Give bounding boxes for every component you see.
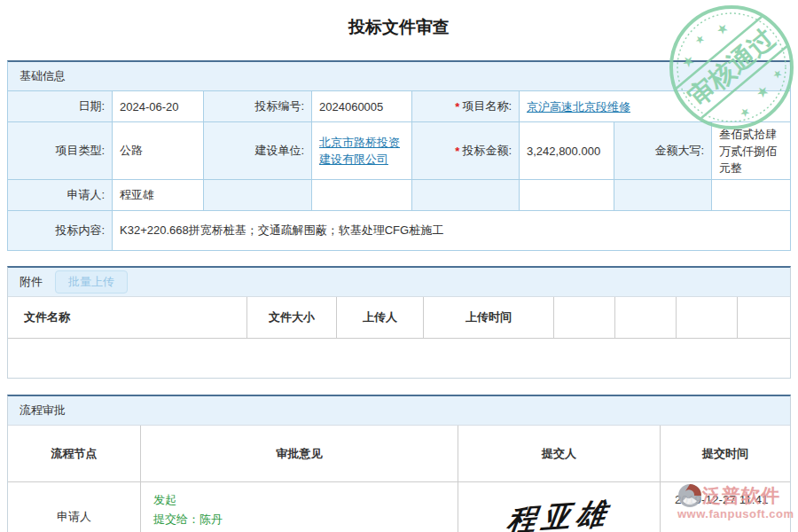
approval-section: 流程审批 流程节点 审批意见 提交人 提交时间 申请人 发起 提交给：陈丹 程亚… (7, 395, 791, 532)
col-submit-time: 提交时间 (661, 426, 790, 482)
opinion-cell: 发起 提交给：陈丹 (141, 482, 458, 532)
bid-amount-value: 3,242,800.000 (520, 122, 614, 180)
basic-info-row-4: 投标内容: K32+220.668拼宽桥桩基；交通疏解围蔽；软基处理CFG桩施工 (8, 211, 790, 250)
construction-unit-link[interactable]: 北京市路桥投资建设有限公司 (319, 134, 404, 168)
submit-time-value: 2019-12-27 11:41 (661, 482, 790, 532)
flow-node-value: 申请人 (8, 482, 141, 532)
empty-cell (204, 180, 312, 211)
basic-info-section: 基础信息 日期: 2024-06-20 投标编号: 2024060005 * 项… (7, 60, 791, 251)
basic-info-row-2: 项目类型: 公路 建设单位: 北京市路桥投资建设有限公司 * 投标金额: 3,2… (8, 122, 790, 180)
approval-table-header: 流程节点 审批意见 提交人 提交时间 (8, 426, 790, 482)
col-uploader: 上传人 (337, 297, 424, 339)
submitter-cell: 程亚雄 (458, 482, 661, 532)
col-empty (677, 297, 738, 339)
page-title: 投标文件审查 (0, 16, 798, 39)
opinion-submit-to: 提交给：陈丹 (153, 510, 458, 529)
page: 投标文件审查 基础信息 日期: 2024-06-20 投标编号: 2024060… (0, 0, 798, 532)
attachments-section: 附件 批量上传 文件名称 文件大小 上传人 上传时间 (7, 266, 791, 379)
project-name-link[interactable]: 京沪高速北京段维修 (527, 98, 630, 115)
project-name-cell: 京沪高速北京段维修 (520, 91, 790, 122)
date-value: 2024-06-20 (113, 91, 204, 122)
empty-cell (614, 180, 712, 211)
col-file-size: 文件大小 (247, 297, 337, 339)
project-name-label: * 项目名称: (412, 91, 520, 122)
date-label: 日期: (8, 91, 113, 122)
project-type-label: 项目类型: (8, 122, 113, 180)
batch-upload-button[interactable]: 批量上传 (55, 270, 128, 293)
col-opinion: 审批意见 (141, 426, 458, 482)
bid-content-label: 投标内容: (8, 211, 113, 250)
col-file-name: 文件名称 (8, 297, 247, 339)
empty-cell (712, 180, 790, 211)
attachments-title: 附件 (20, 274, 43, 290)
bid-amount-label: * 投标金额: (412, 122, 520, 180)
bid-no-value: 2024060005 (312, 91, 412, 122)
amount-words-value: 叁佰贰拾肆万贰仟捌佰元整 (712, 122, 790, 180)
approval-section-header: 流程审批 (8, 396, 790, 426)
attachments-table-header: 文件名称 文件大小 上传人 上传时间 (8, 297, 790, 339)
col-flow-node: 流程节点 (8, 426, 141, 482)
applicant-value: 程亚雄 (113, 180, 204, 211)
approval-title: 流程审批 (20, 403, 66, 419)
col-upload-time: 上传时间 (424, 297, 554, 339)
bid-no-label: 投标编号: (204, 91, 312, 122)
basic-info-row-1: 日期: 2024-06-20 投标编号: 2024060005 * 项目名称: … (8, 91, 790, 122)
basic-info-row-3: 申请人: 程亚雄 (8, 180, 790, 211)
construction-unit-cell: 北京市路桥投资建设有限公司 (312, 122, 412, 180)
project-type-value: 公路 (113, 122, 204, 180)
basic-info-title: 基础信息 (20, 68, 66, 84)
required-asterisk: * (455, 100, 459, 113)
bid-content-value: K32+220.668拼宽桥桩基；交通疏解围蔽；软基处理CFG桩施工 (113, 211, 790, 250)
empty-cell (520, 180, 614, 211)
approval-row: 申请人 发起 提交给：陈丹 程亚雄 2019-12-27 11:41 (8, 482, 790, 532)
applicant-label: 申请人: (8, 180, 113, 211)
col-submitter: 提交人 (458, 426, 661, 482)
empty-cell (312, 180, 412, 211)
empty-cell (412, 180, 520, 211)
required-asterisk: * (455, 145, 459, 158)
opinion-action: 发起 (153, 490, 458, 510)
attachments-section-header: 附件 批量上传 (8, 268, 790, 297)
col-empty (615, 297, 677, 339)
submitter-signature: 程亚雄 (505, 493, 614, 532)
col-empty (738, 297, 790, 339)
construction-unit-label: 建设单位: (204, 122, 312, 180)
amount-words-label: 金额大写: (614, 122, 712, 180)
basic-info-section-header: 基础信息 (8, 62, 790, 91)
col-empty (554, 297, 615, 339)
attachments-empty-body (8, 339, 790, 378)
